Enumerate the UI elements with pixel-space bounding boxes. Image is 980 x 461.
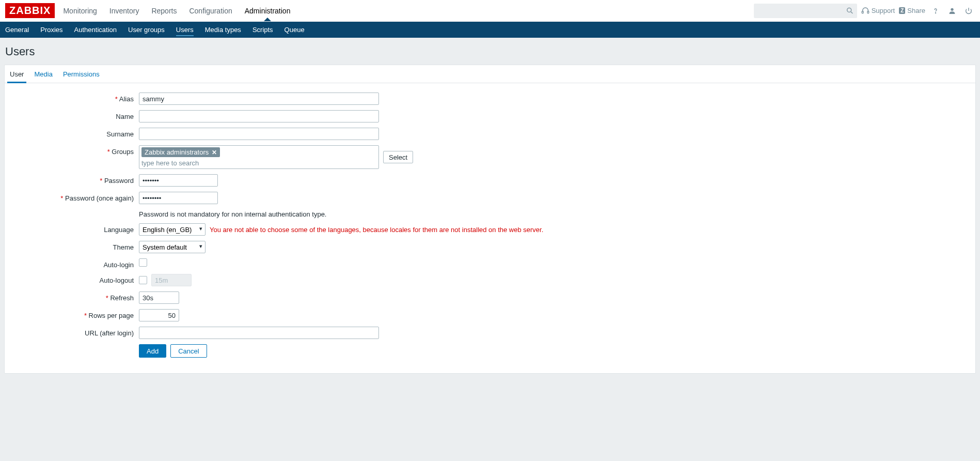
groups-search-input[interactable] xyxy=(141,159,376,167)
auto-logout-checkbox[interactable] xyxy=(139,276,147,284)
select-groups-button[interactable]: Select xyxy=(383,151,413,163)
label-theme: Theme xyxy=(10,241,139,251)
password-input[interactable] xyxy=(139,174,218,187)
search-wrap xyxy=(754,4,857,18)
auto-login-checkbox[interactable] xyxy=(139,258,147,267)
svg-point-4 xyxy=(935,12,936,13)
svg-rect-3 xyxy=(867,11,869,13)
top-nav: Monitoring Inventory Reports Configurati… xyxy=(63,1,753,21)
auto-logout-input xyxy=(151,274,192,286)
sub-nav-authentication[interactable]: Authentication xyxy=(74,22,117,38)
surname-input[interactable] xyxy=(139,128,379,140)
logo[interactable]: ZABBIX xyxy=(5,3,55,18)
name-input[interactable] xyxy=(139,110,379,122)
label-url-after-login: URL (after login) xyxy=(10,327,139,337)
sub-nav: General Proxies Authentication User grou… xyxy=(0,22,980,38)
top-nav-configuration[interactable]: Configuration xyxy=(189,1,232,21)
page-title: Users xyxy=(0,38,980,65)
tabs: User Media Permissions xyxy=(5,65,975,83)
remove-tag-icon[interactable]: ✕ xyxy=(212,149,217,156)
password-note: Password is not mandatory for non intern… xyxy=(139,209,327,218)
tab-media[interactable]: Media xyxy=(34,66,52,83)
group-tag-label: Zabbix administrators xyxy=(145,148,209,156)
sub-nav-proxies[interactable]: Proxies xyxy=(40,22,62,38)
password-again-input[interactable] xyxy=(139,192,218,204)
language-select[interactable]: English (en_GB) xyxy=(139,223,206,236)
label-empty-buttons xyxy=(10,344,139,347)
share-link[interactable]: Z Share xyxy=(899,7,925,14)
top-nav-reports[interactable]: Reports xyxy=(151,1,177,21)
search-input[interactable] xyxy=(754,4,857,18)
theme-select[interactable]: System default xyxy=(139,241,206,253)
top-nav-inventory[interactable]: Inventory xyxy=(109,1,139,21)
tab-permissions[interactable]: Permissions xyxy=(63,66,100,83)
groups-multiselect[interactable]: Zabbix administrators ✕ xyxy=(139,145,379,169)
alias-input[interactable] xyxy=(139,93,379,105)
top-right: Support Z Share xyxy=(754,4,975,18)
label-refresh: Refresh xyxy=(10,291,139,302)
svg-point-5 xyxy=(951,8,953,10)
label-empty-passnote xyxy=(10,209,139,212)
label-rows-per-page: Rows per page xyxy=(10,309,139,319)
url-after-login-input[interactable] xyxy=(139,327,379,339)
top-header: ZABBIX Monitoring Inventory Reports Conf… xyxy=(0,0,980,22)
language-warning: You are not able to choose some of the l… xyxy=(210,226,543,234)
support-label: Support xyxy=(872,7,895,14)
zshare-badge-icon: Z xyxy=(899,7,905,14)
share-label: Share xyxy=(907,7,925,14)
label-password: Password xyxy=(10,174,139,185)
sub-nav-users[interactable]: Users xyxy=(176,22,194,38)
label-name: Name xyxy=(10,110,139,120)
search-icon[interactable] xyxy=(846,6,854,15)
headset-icon xyxy=(861,6,870,15)
sub-nav-scripts[interactable]: Scripts xyxy=(252,22,273,38)
label-auto-login: Auto-login xyxy=(10,258,139,269)
top-nav-monitoring[interactable]: Monitoring xyxy=(63,1,97,21)
svg-rect-2 xyxy=(862,11,863,13)
help-icon[interactable] xyxy=(929,4,942,17)
cancel-button[interactable]: Cancel xyxy=(170,344,207,358)
label-password-again: Password (once again) xyxy=(10,192,139,202)
top-nav-administration[interactable]: Administration xyxy=(245,1,291,21)
svg-point-0 xyxy=(847,8,851,12)
label-alias: Alias xyxy=(10,93,139,103)
svg-line-1 xyxy=(851,12,852,13)
content-panel: User Media Permissions Alias Name Surnam… xyxy=(4,65,976,374)
refresh-input[interactable] xyxy=(139,291,179,304)
support-link[interactable]: Support xyxy=(861,6,895,15)
user-icon[interactable] xyxy=(946,4,958,17)
tab-user[interactable]: User xyxy=(10,66,24,83)
user-form: Alias Name Surname Groups Zabbix adminis… xyxy=(5,83,975,373)
label-language: Language xyxy=(10,223,139,234)
label-surname: Surname xyxy=(10,128,139,138)
sub-nav-media-types[interactable]: Media types xyxy=(205,22,241,38)
power-icon[interactable] xyxy=(962,4,975,17)
rows-per-page-input[interactable] xyxy=(139,309,179,321)
sub-nav-queue[interactable]: Queue xyxy=(284,22,305,38)
label-groups: Groups xyxy=(10,145,139,156)
group-tag: Zabbix administrators ✕ xyxy=(141,147,220,157)
sub-nav-general[interactable]: General xyxy=(5,22,29,38)
add-button[interactable]: Add xyxy=(139,344,166,358)
label-auto-logout: Auto-logout xyxy=(10,274,139,284)
sub-nav-user-groups[interactable]: User groups xyxy=(128,22,165,38)
